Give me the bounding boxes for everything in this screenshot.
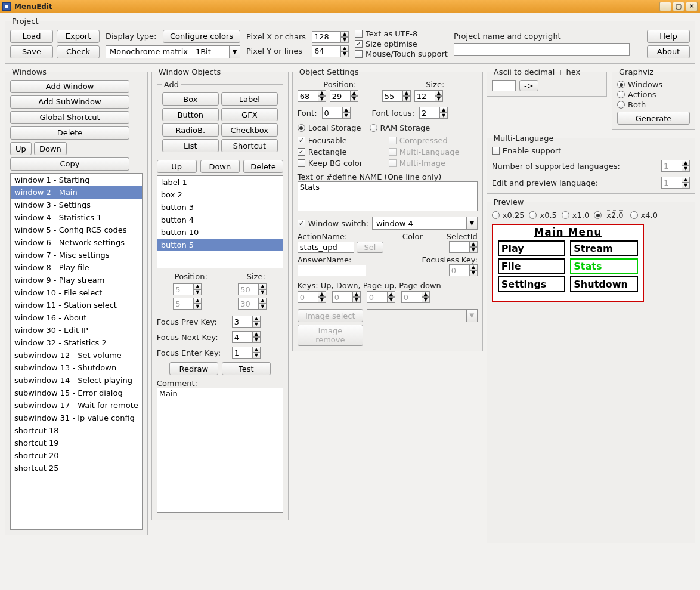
- ascii-input[interactable]: [492, 80, 516, 91]
- objset-sizew[interactable]: ▲▼: [382, 90, 411, 102]
- list-item[interactable]: label 1: [157, 176, 283, 189]
- list-item[interactable]: window 11 - Station select: [11, 299, 142, 311]
- numlang-input[interactable]: ▲▼: [661, 160, 690, 172]
- list-item[interactable]: subwindow 15 - Error dialog: [11, 387, 142, 399]
- projname-input[interactable]: [454, 43, 630, 56]
- windowswitch-check[interactable]: ✓Window switch:: [298, 219, 368, 228]
- graphviz-both-radio[interactable]: Both: [617, 100, 690, 109]
- focusable-check[interactable]: ✓Focusable: [298, 136, 386, 145]
- add-gfx-button[interactable]: GFX: [221, 108, 278, 121]
- enable-multilang-check[interactable]: Enable support: [492, 146, 690, 155]
- add-button-button[interactable]: Button: [162, 108, 219, 121]
- comment-text[interactable]: Main: [157, 388, 283, 513]
- add-box-button[interactable]: Box: [162, 92, 219, 106]
- add-label-button[interactable]: Label: [221, 92, 278, 106]
- list-item[interactable]: subwindow 12 - Set volume: [11, 349, 142, 362]
- objset-posy[interactable]: ▲▼: [330, 90, 358, 102]
- help-button[interactable]: Help: [647, 30, 690, 43]
- list-item[interactable]: shortcut 19: [11, 437, 142, 449]
- windows-delete-button[interactable]: Delete: [10, 126, 129, 140]
- key-down[interactable]: ▲▼: [332, 291, 361, 303]
- list-item[interactable]: subwindow 14 - Select playing: [11, 374, 142, 387]
- export-button[interactable]: Export: [57, 30, 100, 43]
- objset-font[interactable]: ▲▼: [322, 107, 351, 119]
- maximize-button[interactable]: ▢: [673, 2, 684, 11]
- list-item[interactable]: window 7 - Misc settings: [11, 249, 142, 261]
- generate-button[interactable]: Generate: [617, 112, 690, 125]
- pixelx-input[interactable]: ▲▼: [312, 31, 349, 43]
- focusenter-input[interactable]: ▲▼: [232, 347, 261, 359]
- wobj-up-button[interactable]: Up: [157, 160, 197, 173]
- list-item[interactable]: window 2 - Main: [11, 186, 142, 199]
- objset-sizeh[interactable]: ▲▼: [414, 90, 443, 102]
- list-item[interactable]: subwindow 13 - Shutdown: [11, 362, 142, 374]
- textdefine-input[interactable]: Stats: [298, 181, 478, 211]
- load-button[interactable]: Load: [10, 30, 53, 43]
- utf8-check[interactable]: Text as UTF-8: [355, 29, 448, 38]
- zoom-20[interactable]: x2.0: [594, 210, 625, 220]
- list-item[interactable]: window 4 - Statistics 1: [11, 211, 142, 224]
- zoom-10[interactable]: x1.0: [562, 211, 589, 220]
- wobj-sizew[interactable]: ▲▼: [238, 283, 267, 295]
- windows-up-button[interactable]: Up: [10, 142, 32, 155]
- list-item[interactable]: shortcut 20: [11, 449, 142, 462]
- global-shortcut-button[interactable]: Global Shortcut: [10, 111, 129, 124]
- list-item[interactable]: box 2: [157, 189, 283, 201]
- wobj-delete-button[interactable]: Delete: [243, 160, 283, 173]
- windows-copy-button[interactable]: Copy: [10, 157, 129, 171]
- add-checkbox-button[interactable]: Checkbox: [221, 123, 278, 137]
- sizeopt-check[interactable]: ✓Size optimise: [355, 39, 448, 48]
- focusprev-input[interactable]: ▲▼: [232, 316, 261, 328]
- list-item[interactable]: subwindow 17 - Wait for remote: [11, 399, 142, 412]
- list-item[interactable]: window 5 - Config RC5 codes: [11, 224, 142, 236]
- objset-fontfocus[interactable]: ▲▼: [419, 107, 448, 119]
- redraw-button[interactable]: Redraw: [169, 362, 218, 375]
- wobj-list[interactable]: label 1box 2button 3button 4button 10but…: [157, 175, 283, 268]
- list-item[interactable]: window 16 - About: [11, 311, 142, 324]
- list-item[interactable]: button 5: [157, 239, 283, 251]
- wobj-sizeh[interactable]: ▲▼: [238, 298, 267, 310]
- list-item[interactable]: window 32 - Statistics 2: [11, 336, 142, 349]
- list-item[interactable]: window 10 - File select: [11, 286, 142, 299]
- add-subwindow-button[interactable]: Add SubWindow: [10, 95, 129, 109]
- answername-input[interactable]: [298, 265, 366, 276]
- focusnext-input[interactable]: ▲▼: [232, 331, 261, 343]
- keepbg-check[interactable]: Keep BG color: [298, 159, 386, 168]
- zoom-025[interactable]: x0.25: [492, 211, 525, 220]
- list-item[interactable]: window 6 - Network settings: [11, 236, 142, 249]
- list-item[interactable]: window 9 - Play stream: [11, 274, 142, 286]
- localstorage-radio[interactable]: Local Storage: [298, 123, 361, 132]
- windowswitch-combo[interactable]: window 4▼: [372, 217, 478, 230]
- check-button[interactable]: Check: [57, 45, 100, 58]
- list-item[interactable]: button 10: [157, 226, 283, 239]
- list-item[interactable]: window 3 - Settings: [11, 199, 142, 211]
- add-list-button[interactable]: List: [162, 139, 219, 152]
- list-item[interactable]: shortcut 18: [11, 424, 142, 437]
- list-item[interactable]: window 8 - Play file: [11, 261, 142, 274]
- zoom-05[interactable]: x0.5: [529, 211, 556, 220]
- ramstorage-radio[interactable]: RAM Storage: [370, 123, 430, 132]
- key-pgdn[interactable]: ▲▼: [401, 291, 430, 303]
- list-item[interactable]: button 4: [157, 214, 283, 226]
- pixely-input[interactable]: ▲▼: [312, 45, 349, 57]
- wobj-posx[interactable]: ▲▼: [173, 283, 202, 295]
- close-button[interactable]: ✕: [686, 2, 698, 11]
- key-up[interactable]: ▲▼: [298, 291, 326, 303]
- selectid-input[interactable]: ▲▼: [449, 241, 478, 253]
- ascii-convert-button[interactable]: ->: [519, 80, 538, 91]
- objset-posx[interactable]: ▲▼: [298, 90, 326, 102]
- focusless-input[interactable]: ▲▼: [449, 264, 478, 276]
- wobj-down-button[interactable]: Down: [200, 160, 240, 173]
- add-radio-button[interactable]: RadioB.: [162, 123, 219, 137]
- mouse-check[interactable]: Mouse/Touch support: [355, 50, 448, 58]
- add-window-button[interactable]: Add Window: [10, 80, 129, 93]
- rectangle-check[interactable]: ✓Rectangle: [298, 147, 386, 156]
- editlang-input[interactable]: ▲▼: [661, 177, 690, 189]
- zoom-40[interactable]: x4.0: [630, 211, 658, 220]
- key-pgup[interactable]: ▲▼: [367, 291, 395, 303]
- wobj-posy[interactable]: ▲▼: [173, 298, 202, 310]
- list-item[interactable]: window 30 - Edit IP: [11, 324, 142, 336]
- list-item[interactable]: shortcut 25: [11, 462, 142, 474]
- configure-colors-button[interactable]: Configure colors: [163, 30, 240, 43]
- list-item[interactable]: window 1 - Starting: [11, 174, 142, 186]
